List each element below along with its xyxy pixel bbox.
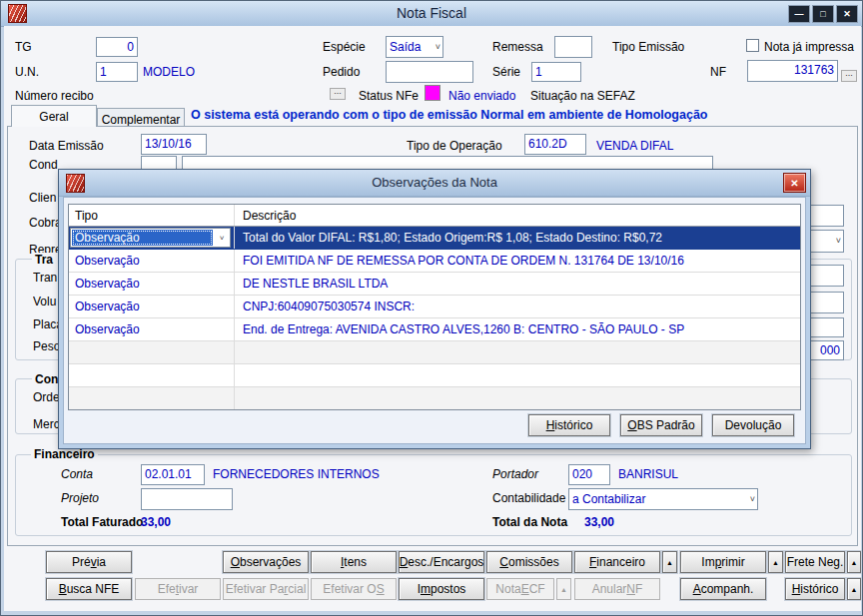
modal-title: Observações da Nota	[59, 175, 810, 190]
tipo-cell: Observação	[69, 296, 235, 317]
tipo-cell: Observação	[69, 250, 235, 272]
minimize-icon[interactable]: —	[788, 5, 810, 23]
numero-recibo-label: Número recibo	[15, 89, 94, 103]
serie-label: Série	[492, 65, 520, 79]
modal-titlebar: Observações da Nota ✕	[59, 170, 810, 197]
un-field[interactable]: 1	[96, 62, 138, 82]
window-titlebar: Nota Fiscal — □ ✕	[1, 1, 862, 27]
efetivar-os-button[interactable]: Efetivar OS	[311, 578, 397, 600]
tab-geral[interactable]: Geral	[11, 105, 97, 127]
col-header-descricao[interactable]: Descrição	[235, 205, 800, 226]
efetivar-parcial-button[interactable]: Efetivar Parcial	[223, 578, 309, 600]
tipo-select[interactable]: Observação ˅	[70, 228, 231, 248]
table-row[interactable]: Observação FOI EMITIDA NF DE REMESSA POR…	[69, 250, 800, 273]
remessa-label: Remessa	[492, 40, 543, 54]
chevron-down-icon: ˅	[214, 229, 230, 247]
anular-nf-button[interactable]: Anular NF	[574, 578, 660, 600]
table-row-empty[interactable]	[69, 387, 800, 410]
table-row-selected[interactable]: Observação ˅ Total do Valor DIFAL: R$1,8…	[69, 227, 800, 250]
historico-bottom-button[interactable]: Histórico	[785, 578, 845, 600]
modal-obs-padrao-button[interactable]: OBS Padrão	[620, 414, 702, 436]
col-header-tipo[interactable]: Tipo	[69, 205, 235, 226]
nota-ecf-up-icon[interactable]: ▲	[556, 578, 571, 600]
tipo-cell: Observação	[69, 273, 235, 295]
table-header-row: Tipo Descrição	[69, 205, 800, 227]
imprimir-up-icon[interactable]: ▲	[768, 551, 783, 573]
impostos-button[interactable]: Impostos	[399, 578, 484, 600]
close-icon[interactable]: ✕	[836, 5, 858, 23]
especie-label: Espécie	[323, 40, 366, 54]
status-nfe-more-button[interactable]: ...	[330, 88, 346, 100]
descricao-cell: CNPJ:60409075030574 INSCR:	[235, 296, 800, 317]
un-label: U.N.	[15, 65, 39, 79]
acompanh-button[interactable]: Acompanh.	[680, 578, 766, 600]
observacoes-modal: Observações da Nota ✕ Tipo Descrição Obs…	[58, 169, 811, 449]
nota-fiscal-window: Nota Fiscal — □ ✕ TG 0 Espécie Saída ˅ R…	[0, 0, 863, 616]
frete-neg-button[interactable]: Frete Neg.	[785, 551, 845, 573]
ambiente-message: O sistema está operando com o tipo de em…	[191, 108, 708, 122]
previa-button[interactable]: Prévia	[46, 551, 132, 573]
tg-field[interactable]: 0	[96, 37, 138, 57]
historico-up-icon[interactable]: ▲	[847, 578, 861, 600]
especie-value: Saída	[390, 40, 421, 55]
table-row[interactable]: Observação End. de Entrega: AVENIDA CAST…	[69, 318, 800, 341]
efetivar-button[interactable]: Efetivar	[135, 578, 221, 600]
frete-neg-up-icon[interactable]: ▲	[847, 551, 861, 573]
tipo-emissao-label: Tipo Emissão	[612, 40, 684, 54]
especie-select[interactable]: Saída ˅	[386, 36, 443, 58]
tab-complementar[interactable]: Complementar	[97, 108, 185, 127]
nf-label: NF	[710, 65, 726, 79]
imprimir-button[interactable]: Imprimir	[680, 551, 766, 573]
comissoes-button[interactable]: Comissões	[486, 551, 572, 573]
financeiro-up-icon[interactable]: ▲	[662, 551, 677, 573]
maximize-icon[interactable]: □	[812, 5, 834, 23]
status-nfe-value: Não enviado	[448, 89, 515, 103]
nota-ecf-button[interactable]: Nota ECF	[486, 578, 554, 600]
pedido-field[interactable]	[386, 61, 473, 83]
table-row-empty[interactable]	[69, 341, 800, 364]
modal-devolucao-button[interactable]: Devolução	[712, 414, 794, 436]
busca-nfe-button[interactable]: Busca NFE	[46, 578, 132, 600]
window-title: Nota Fiscal	[1, 5, 862, 21]
tipo-cell: Observação	[69, 318, 235, 340]
modal-body: Tipo Descrição Observação ˅ Total do Val…	[63, 197, 806, 444]
financeiro-button[interactable]: Financeiro	[574, 551, 660, 573]
nf-field[interactable]: 131763	[747, 60, 838, 82]
remessa-field[interactable]	[554, 36, 592, 58]
descricao-cell: DE NESTLE BRASIL LTDA	[235, 273, 800, 295]
pedido-label: Pedido	[323, 65, 360, 79]
nota-ja-impressa-checkbox[interactable]	[746, 39, 759, 52]
situacao-sefaz-label: Situação na SEFAZ	[530, 89, 635, 103]
nota-ja-impressa-label: Nota já impressa	[764, 40, 854, 54]
observacoes-table: Tipo Descrição Observação ˅ Total do Val…	[68, 204, 801, 410]
status-nfe-label: Status NFe	[359, 89, 419, 103]
modal-close-icon[interactable]: ✕	[783, 173, 806, 193]
un-desc: MODELO	[143, 65, 195, 79]
tg-label: TG	[15, 40, 32, 54]
table-row[interactable]: Observação DE NESTLE BRASIL LTDA	[69, 273, 800, 296]
status-nfe-color-swatch	[425, 85, 440, 101]
table-row-empty[interactable]	[69, 364, 800, 387]
observacoes-button[interactable]: Observações	[223, 551, 309, 573]
table-row[interactable]: Observação CNPJ:60409075030574 INSCR:	[69, 296, 800, 318]
descricao-cell: FOI EMITIDA NF DE REMESSA POR CONTA DE O…	[235, 250, 800, 272]
itens-button[interactable]: Itens	[311, 551, 397, 573]
tipo-select-value: Observação	[72, 230, 213, 246]
nf-more-button[interactable]: ...	[841, 70, 857, 82]
descricao-cell: End. de Entrega: AVENIDA CASTRO ALVES,12…	[235, 318, 800, 340]
chevron-down-icon: ˅	[435, 43, 440, 52]
modal-historico-button[interactable]: Histórico	[528, 414, 610, 436]
serie-field[interactable]: 1	[531, 62, 581, 82]
desc-encargos-button[interactable]: Desc./Encargos	[399, 551, 484, 573]
descricao-cell: Total do Valor DIFAL: R$1,80; Estado Ori…	[235, 227, 800, 249]
